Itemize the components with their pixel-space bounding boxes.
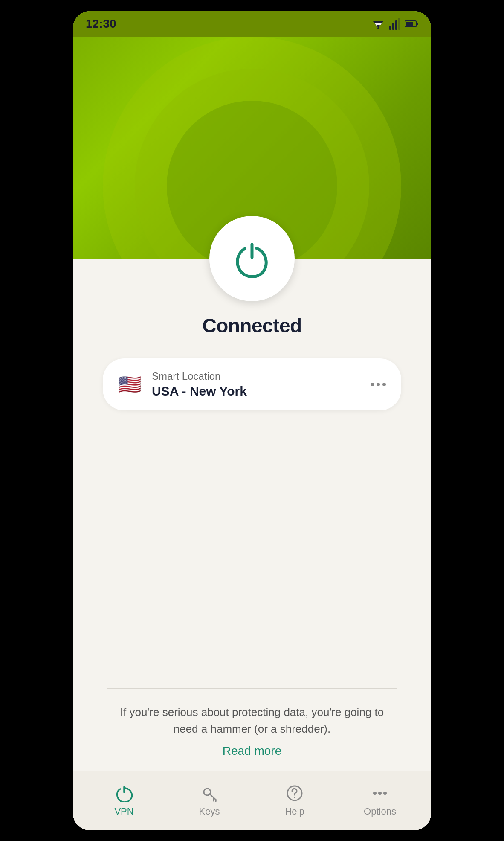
phone-frame: 12:30: [73, 11, 431, 830]
options-icon: [371, 784, 389, 803]
svg-point-19: [373, 792, 377, 795]
dot-1: [371, 383, 374, 386]
svg-point-3: [377, 27, 379, 29]
bottom-section: Connected 🇺🇸 Smart Location USA - New Yo…: [73, 259, 431, 830]
divider: [107, 688, 397, 689]
power-button[interactable]: [209, 216, 295, 301]
tip-text: If you're serious about protecting data,…: [107, 704, 397, 737]
nav-label-options: Options: [364, 806, 396, 817]
status-time: 12:30: [86, 17, 116, 31]
power-icon: [233, 239, 271, 278]
svg-rect-5: [392, 23, 394, 30]
vpn-icon: [115, 784, 133, 803]
power-button-container[interactable]: [209, 216, 295, 301]
tip-section: If you're serious about protecting data,…: [107, 704, 397, 758]
svg-point-21: [383, 792, 387, 795]
signal-icon: [389, 18, 400, 30]
nav-label-vpn: VPN: [114, 806, 133, 817]
location-label: Smart Location: [152, 370, 247, 382]
connected-status: Connected: [202, 314, 301, 337]
nav-item-vpn[interactable]: VPN: [98, 784, 150, 817]
top-section: [73, 11, 431, 259]
nav-item-keys[interactable]: Keys: [184, 784, 235, 817]
status-icons: [371, 18, 418, 30]
svg-rect-10: [406, 22, 413, 26]
dot-2: [377, 383, 380, 386]
svg-rect-9: [416, 23, 418, 25]
location-info: Smart Location USA - New York: [152, 370, 247, 399]
help-icon: [285, 784, 304, 803]
location-name: USA - New York: [152, 384, 247, 399]
svg-rect-4: [389, 26, 391, 30]
svg-point-20: [378, 792, 382, 795]
location-card[interactable]: 🇺🇸 Smart Location USA - New York: [103, 358, 401, 410]
location-more-button[interactable]: [371, 383, 386, 386]
nav-label-help: Help: [285, 806, 304, 817]
battery-icon: [405, 20, 418, 28]
bottom-nav: VPN Keys: [73, 771, 431, 830]
svg-rect-7: [398, 18, 400, 30]
keys-icon: [200, 784, 219, 803]
wifi-icon: [371, 19, 385, 29]
nav-item-options[interactable]: Options: [354, 784, 406, 817]
nav-label-keys: Keys: [199, 806, 220, 817]
country-flag: 🇺🇸: [118, 375, 142, 394]
dot-3: [382, 383, 386, 386]
location-left: 🇺🇸 Smart Location USA - New York: [118, 370, 247, 399]
svg-rect-6: [395, 20, 397, 30]
svg-point-18: [294, 797, 295, 798]
read-more-link[interactable]: Read more: [223, 744, 282, 757]
status-bar: 12:30: [73, 11, 431, 37]
nav-item-help[interactable]: Help: [269, 784, 320, 817]
